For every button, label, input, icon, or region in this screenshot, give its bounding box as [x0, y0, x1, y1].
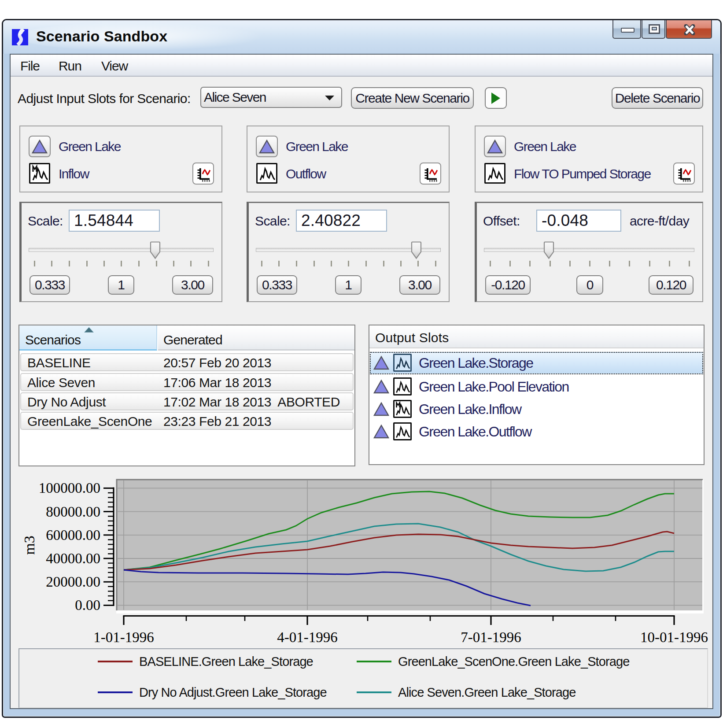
svg-text:4-01-1996: 4-01-1996: [277, 629, 337, 645]
svg-text:20000.00: 20000.00: [46, 574, 100, 590]
svg-text:0.00: 0.00: [75, 597, 100, 613]
svg-text:7-01-1996: 7-01-1996: [461, 629, 521, 645]
svg-text:1-01-1996: 1-01-1996: [93, 629, 154, 645]
svg-text:100000.00: 100000.00: [39, 480, 100, 496]
svg-text:40000.00: 40000.00: [46, 551, 100, 566]
svg-text:80000.00: 80000.00: [46, 504, 100, 520]
svg-text:60000.00: 60000.00: [46, 527, 100, 543]
svg-text:m3: m3: [21, 536, 37, 554]
svg-text:10-01-1996: 10-01-1996: [640, 629, 708, 645]
